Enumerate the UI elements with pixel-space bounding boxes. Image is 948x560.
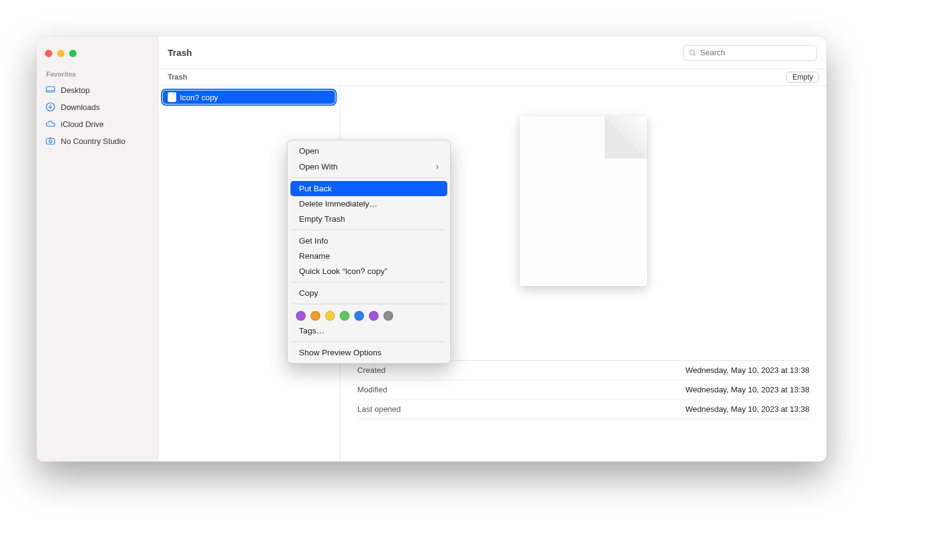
menu-label: Open [299,146,319,155]
menu-item-put-back[interactable]: Put Back [290,181,447,196]
svg-point-5 [690,50,695,55]
minimize-window-button[interactable] [57,50,64,57]
window-controls [36,44,157,68]
menu-label: Rename [299,251,330,261]
info-key: Created [357,366,385,375]
tag-color-purple[interactable] [296,311,306,321]
menu-item-tags[interactable]: Tags… [290,323,447,338]
svg-line-6 [694,54,695,55]
menu-label: Get Info [299,236,328,245]
menu-item-copy[interactable]: Copy [290,285,447,301]
sidebar-item-no-country-studio[interactable]: No Country Studio [36,132,157,149]
toolbar: Trash [158,36,826,69]
subheader: Trash Empty [158,69,826,86]
sidebar-section-title: Favorites [36,68,157,81]
main-area: Trash Trash Empty Icon? copy [158,36,826,462]
menu-separator [292,341,445,342]
menu-item-empty-trash[interactable]: Empty Trash [290,211,447,227]
menu-item-get-info[interactable]: Get Info [290,233,447,248]
sidebar-item-downloads[interactable]: Downloads [36,98,157,115]
file-row-selected[interactable]: Icon? copy [163,90,335,104]
sidebar-item-label: Desktop [61,86,90,95]
location-title: Trash [168,73,187,81]
desktop-icon [45,84,56,95]
context-menu: Open Open With › Put Back Delete Immedia… [287,140,451,364]
info-key: Last opened [357,405,401,414]
tag-color-green[interactable] [340,311,349,321]
info-row-modified: Modified Wednesday, May 10, 2023 at 13:3… [357,380,809,400]
tag-color-purple-2[interactable] [369,311,379,321]
menu-label: Tags… [299,326,325,335]
info-value: Wednesday, May 10, 2023 at 13:38 [685,385,809,394]
svg-rect-0 [46,87,55,92]
menu-label: Put Back [299,184,332,193]
file-name: Icon? copy [180,93,218,102]
sidebar: Favorites Desktop Downloads iCloud Drive… [36,36,158,462]
info-key: Modified [357,385,387,394]
info-value: Wednesday, May 10, 2023 at 13:38 [685,366,809,375]
menu-label: Delete Immediately… [299,199,377,208]
downloads-icon [45,101,56,112]
sidebar-item-icloud-drive[interactable]: iCloud Drive [36,115,157,132]
svg-point-4 [49,140,52,143]
menu-item-open[interactable]: Open [290,143,447,159]
chevron-right-icon: › [436,162,439,171]
finder-window: Favorites Desktop Downloads iCloud Drive… [36,36,826,462]
menu-item-open-with[interactable]: Open With › [290,159,447,174]
search-icon [689,49,696,56]
menu-label: Copy [299,289,318,298]
sidebar-item-label: No Country Studio [61,137,125,146]
cloud-icon [45,118,56,129]
camera-icon [45,135,56,146]
svg-rect-3 [46,138,55,144]
sidebar-item-label: iCloud Drive [61,120,104,129]
info-value: Wednesday, May 10, 2023 at 13:38 [685,405,809,414]
tag-color-orange[interactable] [311,311,320,321]
zoom-window-button[interactable] [69,50,77,57]
menu-label: Open With [299,162,338,171]
close-window-button[interactable] [45,50,52,57]
tag-color-row [287,307,450,323]
empty-trash-button[interactable]: Empty [786,72,819,83]
menu-separator [292,304,445,304]
info-row-last-opened: Last opened Wednesday, May 10, 2023 at 1… [357,400,809,419]
sidebar-item-label: Downloads [61,103,100,112]
menu-item-show-preview-options[interactable]: Show Preview Options [290,345,447,360]
document-icon [168,92,176,102]
menu-item-quick-look[interactable]: Quick Look “Icon? copy” [290,264,447,279]
menu-label: Empty Trash [299,214,345,224]
menu-separator [292,230,445,230]
menu-label: Quick Look “Icon? copy” [299,267,388,276]
window-title: Trash [168,47,676,58]
tag-color-gray[interactable] [383,311,393,321]
content-split: Icon? copy opy nt - 1.5 MB tion Created … [158,86,826,462]
search-field[interactable] [683,45,817,61]
tag-color-yellow[interactable] [325,311,335,321]
menu-separator [292,282,445,282]
sidebar-item-desktop[interactable]: Desktop [36,81,157,98]
menu-item-delete-immediately[interactable]: Delete Immediately… [290,196,447,211]
menu-separator [292,177,445,178]
search-input[interactable] [700,48,811,57]
menu-label: Show Preview Options [299,348,382,357]
document-preview-icon [520,116,647,286]
menu-item-rename[interactable]: Rename [290,248,447,264]
tag-color-blue[interactable] [354,311,364,321]
